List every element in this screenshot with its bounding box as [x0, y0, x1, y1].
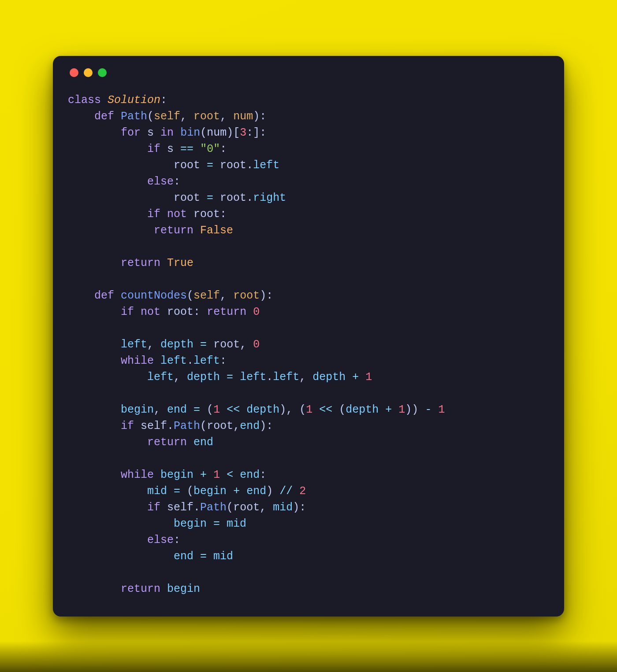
token-pun: (: [147, 110, 154, 123]
token-op: =: [200, 338, 207, 351]
token-num: 1: [438, 403, 445, 416]
token-prop: begin: [193, 485, 227, 498]
token-arg: num: [233, 110, 253, 123]
close-icon[interactable]: [70, 68, 78, 77]
token-kw: return: [147, 436, 187, 449]
token-op: -: [425, 403, 431, 416]
token-pun: [379, 403, 385, 416]
token-op: <: [227, 469, 233, 481]
token-prop: end: [246, 485, 266, 498]
token-pun: [68, 110, 94, 123]
token-pun: [160, 306, 167, 318]
token-kw: if: [147, 501, 160, 514]
token-pun: [68, 583, 121, 595]
token-pun: :: [174, 534, 180, 546]
token-pun: [220, 469, 227, 481]
token-pun: [68, 126, 121, 139]
token-pun: [187, 403, 193, 416]
token-prop: left: [273, 371, 299, 384]
token-arg: self: [193, 289, 220, 302]
token-pun: [134, 306, 141, 318]
token-fn: bin: [180, 126, 200, 139]
token-var: root: [220, 159, 246, 172]
token-pun: [174, 143, 180, 155]
token-pun: [68, 354, 121, 367]
token-prop: left: [253, 159, 279, 172]
token-num: 3: [240, 126, 246, 139]
token-pun: [220, 403, 227, 416]
token-pun: [312, 403, 319, 416]
token-kw: else: [147, 534, 174, 546]
minimize-icon[interactable]: [84, 68, 93, 77]
token-prop: depth: [160, 338, 193, 351]
token-kw: if: [121, 420, 134, 432]
token-pun: (: [200, 420, 207, 432]
token-pun: ,: [147, 338, 160, 351]
token-num: 2: [299, 485, 306, 498]
token-prop: end: [240, 469, 260, 481]
token-fn: Path: [200, 501, 227, 514]
token-op: =: [193, 403, 200, 416]
zoom-icon[interactable]: [98, 68, 107, 77]
token-op: =: [227, 371, 233, 384]
token-pun: :: [220, 354, 227, 367]
token-pun: [207, 338, 213, 351]
code-block: class Solution: def Path(self, root, num…: [68, 92, 549, 597]
token-pun: ): [266, 485, 279, 498]
token-op: =: [207, 159, 213, 172]
window-traffic-lights: [70, 68, 549, 77]
token-op: =: [207, 192, 213, 204]
token-pun: [154, 126, 160, 139]
token-prop: begin: [160, 469, 193, 481]
token-prop: end: [193, 436, 213, 449]
token-pun: [68, 501, 147, 514]
token-pun: [68, 143, 147, 155]
token-pun: (: [332, 403, 346, 416]
token-pun: [167, 485, 174, 498]
token-kw: def: [94, 289, 114, 302]
token-prop: left: [160, 354, 187, 367]
token-pun: [160, 143, 167, 155]
token-op: <<: [319, 403, 332, 416]
token-pun: ):: [293, 501, 306, 514]
token-var: self: [141, 420, 167, 432]
token-pun: [68, 420, 121, 432]
token-kw: else: [147, 175, 174, 188]
token-pun: [193, 338, 200, 351]
token-pun: [193, 469, 200, 481]
token-var: s: [147, 126, 154, 139]
token-pun: ,: [174, 371, 187, 384]
token-boolv: True: [167, 257, 193, 270]
token-pun: [68, 469, 121, 481]
token-prop: right: [253, 192, 286, 204]
token-pun: [240, 485, 246, 498]
token-cls: Solution: [108, 94, 160, 107]
token-pun: [213, 192, 220, 204]
token-kw: def: [94, 110, 114, 123]
token-prop: end: [167, 403, 187, 416]
token-pun: [160, 501, 167, 514]
token-kw: return: [121, 257, 160, 270]
token-pun: ,: [240, 338, 253, 351]
token-boolv: False: [200, 224, 233, 237]
token-var: root: [174, 192, 200, 204]
token-pun: ):: [260, 420, 273, 432]
token-prop: left: [147, 371, 174, 384]
token-pun: [68, 338, 121, 351]
token-pun: [134, 420, 141, 432]
token-pun: [114, 110, 121, 123]
token-pun: ):: [260, 289, 273, 302]
token-prop: left: [193, 354, 220, 367]
token-prop: depth: [346, 403, 379, 416]
token-pun: (: [227, 501, 233, 514]
token-var: root: [167, 306, 193, 318]
token-pun: [160, 208, 167, 221]
token-num: 1: [398, 403, 405, 416]
token-arg: root: [233, 289, 260, 302]
token-var: root: [174, 159, 200, 172]
token-num: 1: [213, 403, 220, 416]
token-var: root: [213, 338, 240, 351]
token-kw: if: [147, 208, 160, 221]
token-pun: [68, 550, 174, 563]
token-pun: [154, 469, 160, 481]
